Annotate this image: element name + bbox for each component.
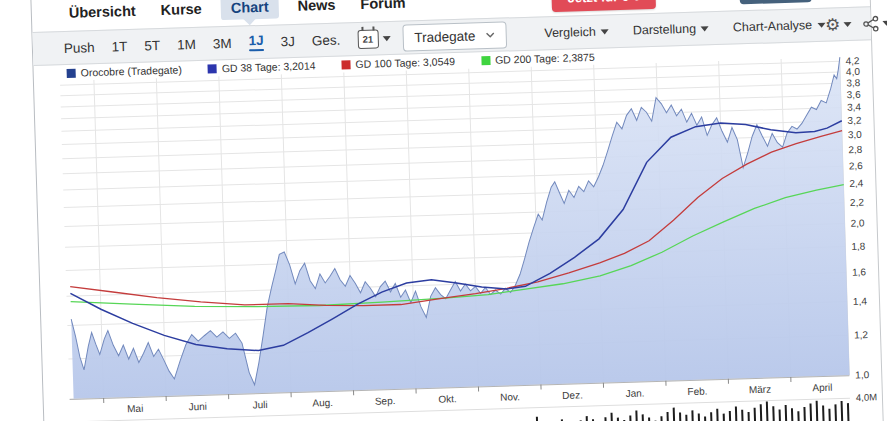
svg-text:1,4: 1,4: [853, 295, 868, 306]
svg-text:1,0: 1,0: [855, 369, 870, 380]
svg-text:Sep.: Sep.: [375, 395, 396, 407]
svg-text:2,8: 2,8: [848, 144, 863, 155]
svg-text:1,6: 1,6: [852, 266, 867, 277]
svg-text:3,8: 3,8: [846, 77, 861, 88]
svg-text:3,6: 3,6: [847, 89, 862, 100]
svg-text:Jan.: Jan.: [625, 387, 644, 399]
svg-text:Mai: Mai: [127, 403, 143, 414]
screenshot-stage: Übersicht Kurse Chart News Forum Jetzt f…: [0, 0, 887, 421]
svg-text:4,0: 4,0: [846, 66, 861, 77]
svg-text:Aug.: Aug.: [312, 397, 333, 409]
svg-text:2,2: 2,2: [850, 197, 865, 208]
svg-text:1,2: 1,2: [854, 329, 869, 340]
svg-text:März: März: [749, 384, 772, 396]
svg-text:4,2: 4,2: [846, 55, 861, 66]
svg-text:2,6: 2,6: [849, 160, 864, 171]
svg-text:3,0: 3,0: [848, 129, 863, 140]
svg-text:Juli: Juli: [253, 399, 268, 410]
page: Übersicht Kurse Chart News Forum Jetzt f…: [30, 0, 887, 421]
svg-text:3,4: 3,4: [847, 101, 862, 112]
svg-text:Nov.: Nov.: [500, 391, 520, 403]
svg-text:2,4: 2,4: [849, 178, 864, 189]
svg-text:April: April: [812, 382, 832, 394]
svg-text:4,0M: 4,0M: [856, 391, 878, 403]
svg-text:Dez.: Dez.: [562, 389, 583, 401]
price-chart[interactable]: MaiJuniJuliAug.Sep.Okt.Nov.Dez.Jan.Feb.M…: [31, 0, 887, 421]
chart-series: [64, 57, 850, 399]
svg-text:Juni: Juni: [188, 401, 207, 413]
svg-text:3,2: 3,2: [847, 115, 862, 126]
chevron-down-icon: [882, 20, 887, 25]
svg-text:Okt.: Okt.: [438, 393, 457, 405]
svg-text:1,8: 1,8: [851, 241, 866, 252]
svg-text:2,0: 2,0: [850, 217, 865, 228]
svg-text:Feb.: Feb.: [687, 386, 707, 398]
